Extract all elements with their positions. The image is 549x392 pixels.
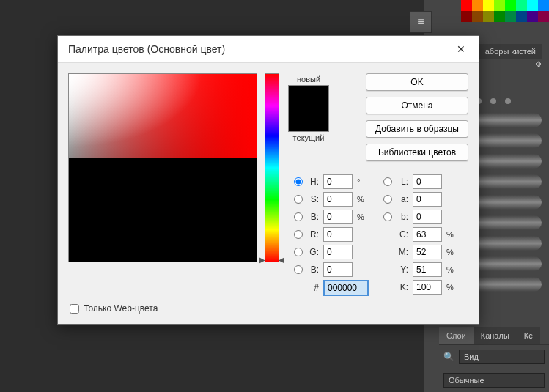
radio-s[interactable] [294,195,303,204]
dialog-title-text: Палитра цветов (Основной цвет) [68,43,225,55]
radio-r[interactable] [294,230,303,239]
new-color-label: новый [287,75,331,84]
r-input[interactable] [323,227,353,242]
tab-channels[interactable]: Каналы [474,327,517,344]
radio-l[interactable] [383,177,392,186]
radio-b[interactable] [294,212,303,221]
blend-mode-dropdown[interactable]: Обычные [443,373,545,388]
b-input[interactable] [323,210,353,224]
search-icon[interactable]: 🔍 [443,352,454,362]
add-swatch-button[interactable]: Добавить в образцы [366,120,468,138]
filter-dropdown[interactable]: Вид [459,350,545,364]
layers-panel: Слои Каналы Кс 🔍 Вид Обычные [439,327,549,392]
color-preview[interactable] [288,85,329,132]
color-field[interactable] [68,73,257,262]
ok-button[interactable]: OK [366,73,468,91]
g-input[interactable] [323,245,353,259]
cancel-button[interactable]: Отмена [366,97,468,114]
hex-input[interactable] [323,280,369,296]
hue-slider[interactable]: ▶◀ [265,73,279,262]
a-input[interactable] [413,192,442,207]
b2-input[interactable] [323,262,353,277]
h-input[interactable] [323,174,353,189]
brushes-tab[interactable]: аборы кистей [479,44,542,59]
radio-b2[interactable] [294,265,303,274]
l-input[interactable] [413,174,442,189]
y-input[interactable] [413,262,442,277]
lab-b-input[interactable] [413,210,442,224]
radio-lab-b[interactable] [383,212,392,221]
swatches-strip[interactable] [461,0,549,22]
color-picker-dialog: Палитра цветов (Основной цвет) ✕ ▶◀ новы… [57,35,479,325]
c-input[interactable] [413,227,442,242]
current-color-label: текущий [287,133,331,142]
close-icon[interactable]: ✕ [454,43,468,55]
web-only-checkbox[interactable]: Только Web-цвета [70,303,158,314]
color-libraries-button[interactable]: Библиотеки цветов [366,144,468,161]
radio-g[interactable] [294,248,303,256]
s-input[interactable] [323,192,353,207]
tab-paths[interactable]: Кс [517,327,540,344]
radio-a[interactable] [383,195,392,204]
tab-layers[interactable]: Слои [439,327,474,344]
k-input[interactable] [413,280,442,295]
m-input[interactable] [413,245,442,259]
radio-h[interactable] [294,177,303,186]
dialog-titlebar: Палитра цветов (Основной цвет) ✕ [58,36,479,63]
gear-icon[interactable]: ⚙ [535,60,542,68]
brush-tool-icon[interactable]: ≡ [410,11,432,33]
